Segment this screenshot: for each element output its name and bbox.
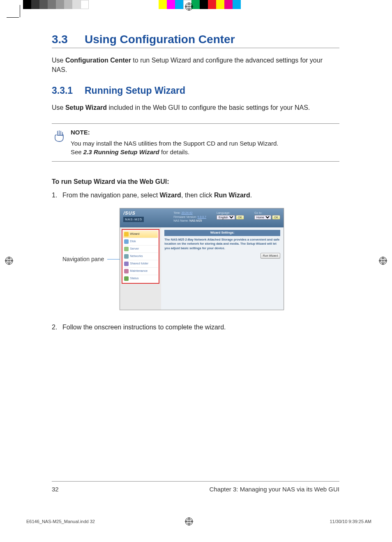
panel-description: The NAS-M25 2-Bay Network Attached Stora… xyxy=(164,238,280,251)
maintenance-icon xyxy=(124,269,129,273)
screenshot: /SUS NAS-M25 Time: 20:24:42 Firmware Ver… xyxy=(120,208,284,310)
registration-mark-icon xyxy=(5,257,13,265)
hand-note-icon xyxy=(52,128,71,156)
header-info: Time: 20:24:42 Firmware Version: 5.0.0.7… xyxy=(173,211,280,223)
callout-leader-line xyxy=(107,259,120,259)
intro-paragraph: Use Configuration Center to run Setup Wi… xyxy=(52,56,339,74)
wizard-icon xyxy=(124,232,129,236)
page-content: 3.3Using Configuration Center Use Config… xyxy=(52,33,339,339)
subsection-title-text: Running Setup Wizard xyxy=(85,85,185,96)
registration-color-bar xyxy=(0,0,392,9)
panel-title: Wizard Settings: xyxy=(164,230,280,236)
product-model: NAS-M25 xyxy=(123,217,144,222)
registration-mark-icon xyxy=(379,257,387,265)
subsection-heading: 3.3.1Running Setup Wizard xyxy=(52,85,339,96)
run-wizard-button[interactable]: Run Wizard xyxy=(261,253,281,259)
crop-mark xyxy=(7,17,19,18)
language-select[interactable]: English xyxy=(217,215,235,220)
main-panel: Wizard Settings: The NAS-M25 2-Bay Netwo… xyxy=(161,227,284,310)
section-number: 3.3 xyxy=(52,33,85,46)
goto-ok-button[interactable]: OK xyxy=(272,215,280,220)
nav-item-disk[interactable]: Disk xyxy=(123,238,158,246)
nav-item-networks[interactable]: Networks xyxy=(123,253,158,260)
step-2: Follow the onscreen instructions to comp… xyxy=(52,322,339,332)
nav-item-maintenance[interactable]: Maintenance xyxy=(123,268,158,275)
note-callout: NOTE: You may install the NAS utilities … xyxy=(52,123,339,162)
section-heading: 3.3Using Configuration Center xyxy=(52,33,339,48)
screenshot-header: /SUS NAS-M25 Time: 20:24:42 Firmware Ver… xyxy=(120,208,284,227)
language-ok-button[interactable]: OK xyxy=(236,215,244,220)
subsection-intro: Use Setup Wizard included in the Web GUI… xyxy=(52,103,339,112)
imprint-line: E6146_NAS-M25_Manual.indd 32 11/30/10 9:… xyxy=(26,519,371,524)
section-title-text: Using Configuration Center xyxy=(85,33,235,46)
networks-icon xyxy=(124,254,129,259)
nav-item-shared-folder[interactable]: Shared folder xyxy=(123,260,158,268)
disk-icon xyxy=(124,239,129,244)
page-footer: 32 Chapter 3: Managing your NAS via its … xyxy=(52,481,339,493)
registration-mark-icon xyxy=(185,2,193,11)
crop-mark xyxy=(20,5,20,17)
brand-logo: /SUS xyxy=(123,210,136,217)
navigation-pane: Wizard Disk Server Networks Shared folde… xyxy=(120,227,161,310)
server-icon xyxy=(124,247,129,251)
source-file: E6146_NAS-M25_Manual.indd 32 xyxy=(26,519,95,524)
nav-highlight-box: Wizard Disk Server Networks Shared folde… xyxy=(122,229,159,284)
folder-icon xyxy=(124,262,129,266)
page-number: 32 xyxy=(52,486,59,493)
chapter-title: Chapter 3: Managing your NAS via its Web… xyxy=(209,486,339,493)
note-text: NOTE: You may install the NAS utilities … xyxy=(71,128,339,156)
goto-select[interactable]: Home xyxy=(254,215,271,220)
nav-item-server[interactable]: Server xyxy=(123,246,158,253)
nav-item-status[interactable]: Status xyxy=(123,275,158,282)
procedure-heading: To run Setup Wizard via the Web GUI: xyxy=(52,178,339,185)
nav-item-wizard[interactable]: Wizard xyxy=(123,231,158,238)
note-label: NOTE: xyxy=(71,128,339,137)
step-1: From the navigation pane, select Wizard,… xyxy=(52,190,339,310)
timestamp: 11/30/10 9:39:25 AM xyxy=(330,519,371,524)
subsection-number: 3.3.1 xyxy=(52,85,85,96)
status-icon xyxy=(124,276,129,281)
figure: Navigation pane /SUS NAS-M25 Time: 20:24… xyxy=(62,208,339,310)
steps-list: From the navigation pane, select Wizard,… xyxy=(52,190,339,332)
callout-label: Navigation pane xyxy=(62,255,104,263)
